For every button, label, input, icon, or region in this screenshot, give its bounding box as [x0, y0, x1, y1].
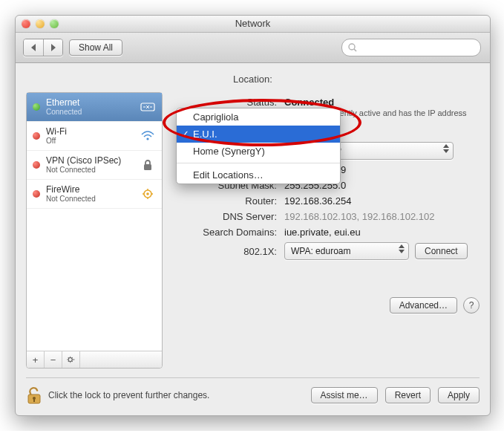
search-field[interactable] — [341, 39, 481, 56]
dot1x-label: 802.1X: — [173, 246, 284, 257]
nav-segment — [23, 39, 63, 56]
svg-point-7 — [68, 357, 72, 361]
location-menu[interactable]: Caprigliola ✓ E.U.I. Home (SynergY) Edit… — [176, 108, 341, 184]
location-option-1[interactable]: ✓ E.U.I. — [177, 126, 340, 143]
checkmark-icon: ✓ — [181, 129, 189, 140]
search-domains-value: iue.private, eui.eu — [284, 227, 480, 238]
close-icon[interactable] — [22, 19, 30, 28]
svg-line-13 — [72, 361, 73, 362]
interface-name: Ethernet — [46, 97, 134, 108]
chevron-updown-icon — [443, 144, 449, 153]
status-label: Status: — [173, 97, 284, 108]
connect-button[interactable]: Connect — [415, 243, 468, 259]
interface-status: Off — [46, 137, 134, 146]
dot1x-select[interactable]: WPA: eduroam — [284, 242, 409, 260]
status-value: Connected — [284, 97, 480, 108]
interface-wifi[interactable]: Wi-Fi Off — [27, 122, 162, 151]
interface-name: VPN (Cisco IPSec) — [46, 155, 134, 166]
sidebar-footer: + − — [27, 351, 162, 368]
svg-point-6 — [146, 192, 149, 195]
titlebar: Network — [16, 16, 490, 33]
interface-status: Not Connected — [46, 195, 134, 204]
svg-line-12 — [68, 357, 69, 358]
remove-interface-button[interactable]: − — [45, 351, 62, 368]
svg-line-15 — [68, 361, 69, 362]
revert-button[interactable]: Revert — [385, 387, 431, 403]
status-dot-icon — [33, 190, 40, 198]
router-value: 192.168.36.254 — [284, 195, 480, 207]
status-dot-icon — [33, 161, 40, 169]
firewire-icon — [140, 187, 156, 201]
dns-value: 192.168.102.103, 192.168.102.102 — [284, 211, 480, 222]
edit-locations[interactable]: Edit Locations… — [177, 166, 340, 184]
ethernet-icon — [140, 100, 156, 114]
search-icon — [348, 43, 357, 52]
location-option-0[interactable]: Caprigliola — [177, 108, 340, 126]
help-button[interactable]: ? — [463, 297, 480, 314]
minimize-icon[interactable] — [36, 19, 45, 28]
window-controls — [22, 19, 59, 28]
svg-point-3 — [146, 137, 148, 140]
router-label: Router: — [173, 195, 284, 207]
status-dot-icon — [33, 103, 40, 111]
interface-firewire[interactable]: FireWire Not Connected — [27, 180, 162, 209]
lock-text: Click the lock to prevent further change… — [48, 390, 209, 400]
network-prefs-window: Network Show All Location: Caprigliola ✓… — [15, 15, 491, 416]
dns-label: DNS Server: — [173, 211, 284, 222]
location-row: Location: — [26, 74, 480, 85]
action-menu-button[interactable] — [62, 351, 80, 368]
svg-rect-18 — [33, 399, 35, 402]
svg-rect-4 — [144, 164, 151, 170]
svg-line-1 — [354, 49, 356, 51]
search-domains-label: Search Domains: — [173, 227, 284, 238]
lock-row: Click the lock to prevent further change… — [26, 386, 209, 405]
back-button[interactable] — [24, 39, 43, 56]
apply-button[interactable]: Apply — [438, 387, 480, 403]
window-title: Network — [235, 18, 271, 29]
wifi-icon — [140, 129, 156, 143]
advanced-button[interactable]: Advanced… — [390, 297, 457, 314]
interface-sidebar: Ethernet Connected Wi-Fi Off — [26, 92, 163, 369]
lock-icon — [140, 158, 156, 172]
menu-separator — [177, 163, 340, 163]
chevron-updown-icon — [399, 244, 405, 253]
interface-vpn[interactable]: VPN (Cisco IPSec) Not Connected — [27, 151, 162, 180]
toolbar: Show All — [16, 33, 490, 63]
interface-ethernet[interactable]: Ethernet Connected — [27, 93, 162, 122]
forward-button[interactable] — [43, 39, 62, 56]
zoom-icon[interactable] — [50, 19, 59, 28]
search-input[interactable] — [360, 42, 474, 53]
interface-list: Ethernet Connected Wi-Fi Off — [27, 93, 162, 351]
gear-icon — [67, 355, 75, 364]
add-interface-button[interactable]: + — [27, 351, 45, 368]
assist-button[interactable]: Assist me… — [311, 387, 378, 403]
svg-point-0 — [349, 44, 355, 50]
interface-status: Connected — [46, 108, 134, 117]
interface-name: FireWire — [46, 184, 134, 195]
interface-status: Not Connected — [46, 166, 134, 175]
bottom-bar: Click the lock to prevent further change… — [26, 377, 480, 405]
location-option-2[interactable]: Home (SynergY) — [177, 143, 340, 160]
location-label: Location: — [233, 74, 272, 85]
interface-name: Wi-Fi — [46, 126, 134, 137]
svg-line-14 — [72, 357, 73, 358]
unlock-icon[interactable] — [26, 386, 42, 405]
content: Location: Caprigliola ✓ E.U.I. Home (Syn… — [16, 63, 490, 415]
status-dot-icon — [33, 132, 40, 140]
show-all-button[interactable]: Show All — [69, 39, 122, 56]
